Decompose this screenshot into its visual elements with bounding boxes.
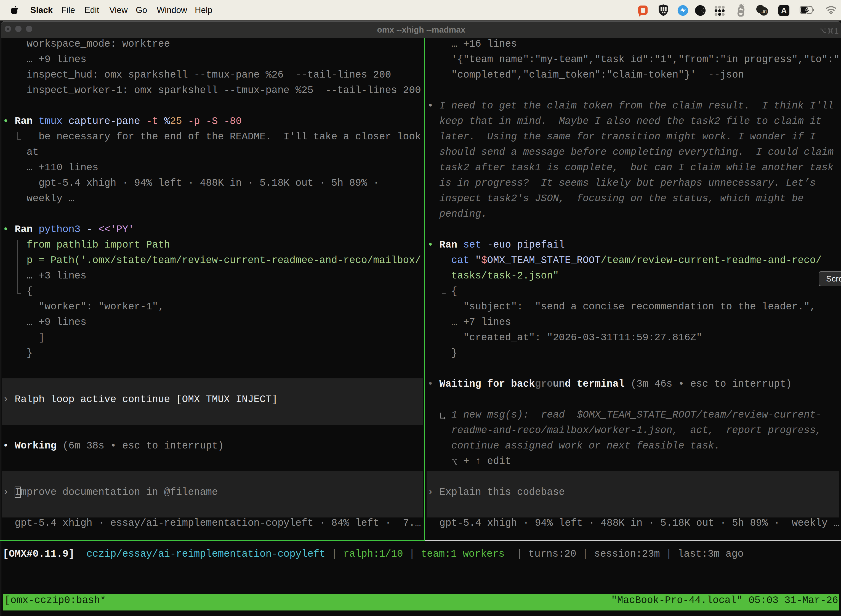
- svg-text:..61: ..61: [760, 9, 767, 14]
